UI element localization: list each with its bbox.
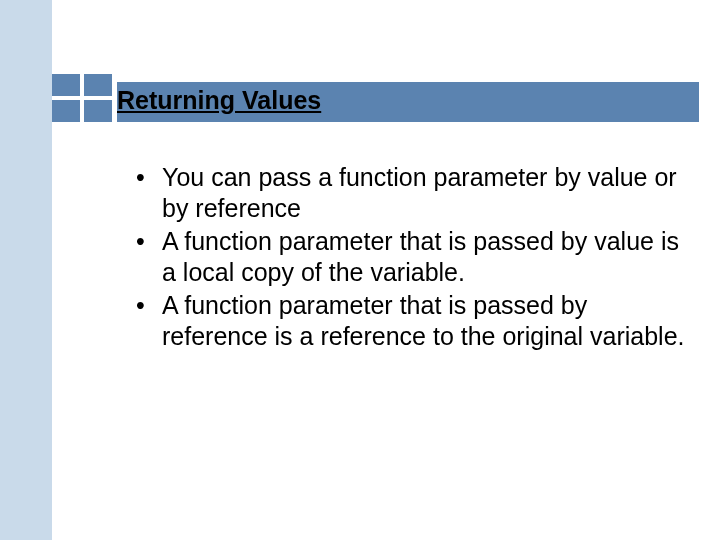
list-item: • A function parameter that is passed by… xyxy=(128,226,688,288)
bullet-marker: • xyxy=(128,226,162,257)
list-item: • You can pass a function parameter by v… xyxy=(128,162,688,224)
bullet-marker: • xyxy=(128,162,162,193)
decorative-square xyxy=(84,74,112,96)
bullet-text: A function parameter that is passed by r… xyxy=(162,290,688,352)
bullet-text: A function parameter that is passed by v… xyxy=(162,226,688,288)
bullet-text: You can pass a function parameter by val… xyxy=(162,162,688,224)
slide-title: Returning Values xyxy=(117,86,321,115)
list-item: • A function parameter that is passed by… xyxy=(128,290,688,352)
left-accent-strip xyxy=(0,0,52,540)
bullet-marker: • xyxy=(128,290,162,321)
decorative-square xyxy=(52,100,80,122)
content-area: • You can pass a function parameter by v… xyxy=(128,162,688,354)
decorative-square xyxy=(52,74,80,96)
decorative-square xyxy=(84,100,112,122)
